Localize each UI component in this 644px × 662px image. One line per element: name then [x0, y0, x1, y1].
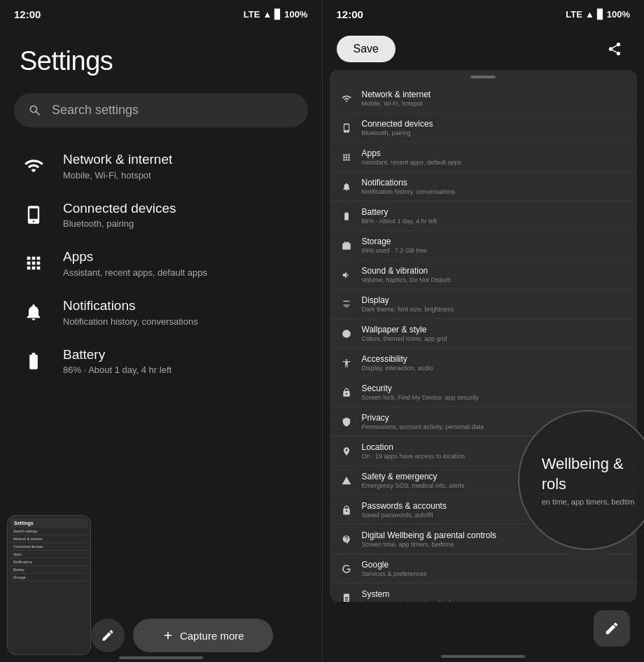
dropdown-network-text: Network & internet Mobile, Wi-Fi, hotspo…: [362, 90, 431, 107]
svg-point-0: [342, 330, 351, 338]
dropdown-item-network[interactable]: Network & internet Mobile, Wi-Fi, hotspo…: [330, 84, 638, 113]
apps-icon: [20, 249, 48, 277]
screenshot-inner: Settings Search settings Network & inter…: [8, 516, 90, 654]
dropdown-battery-text: Battery 86% · About 1 day, 4 hr left: [362, 207, 437, 225]
settings-header: Settings: [0, 25, 322, 87]
dropdown-item-accessibility[interactable]: Accessibility Display, interaction, audi…: [330, 348, 638, 378]
right-header: Save: [323, 25, 645, 70]
settings-item-battery[interactable]: Battery 86% · About 1 day, 4 hr left: [6, 337, 316, 386]
dropdown-privacy-text: Privacy Permissions, account activity, p…: [362, 413, 484, 430]
dropdown-wellbeing-icon: [340, 533, 354, 547]
dropdown-connected-sub: Bluetooth, pairing: [362, 129, 433, 136]
status-icons-right: LTE ▲ ▊ 100%: [566, 9, 630, 20]
dropdown-display-icon: [340, 297, 354, 311]
battery-icon: [20, 347, 48, 375]
battery-title: Battery: [63, 346, 172, 364]
dropdown-safety-icon: [340, 474, 354, 488]
dropdown-notifications-text: Notifications Notification history, conv…: [362, 178, 455, 195]
edit-fab-right[interactable]: [594, 610, 630, 647]
screenshot-title: Settings: [14, 521, 84, 526]
dropdown-battery-icon: [340, 209, 354, 223]
dropdown-item-connected[interactable]: Connected devices Bluetooth, pairing: [330, 113, 638, 143]
right-bottom: [323, 602, 645, 655]
dropdown-passwords-sub: Saved passwords, autofill: [362, 512, 447, 519]
left-panel: 12:00 LTE ▲ ▊ 100% Settings Search setti…: [0, 0, 322, 662]
network-text: Network & internet Mobile, Wi-Fi, hotspo…: [63, 151, 172, 181]
search-placeholder: Search settings: [52, 103, 139, 118]
dropdown-sound-text: Sound & vibration Volume, haptics, Do No…: [362, 266, 451, 283]
save-button[interactable]: Save: [337, 36, 396, 62]
dropdown-item-display[interactable]: Display Dark theme, font size, brightnes…: [330, 290, 638, 319]
dropdown-wellbeing-sub: Screen time, app timers, bedtime: [362, 541, 497, 548]
dropdown-system-icon: [340, 591, 354, 603]
dropdown-item-safety[interactable]: Safety & emergency Emergency SOS, medica…: [330, 466, 638, 495]
right-panel: 12:00 LTE ▲ ▊ 100% Save: [323, 0, 645, 662]
dropdown-item-notifications[interactable]: Notifications Notification history, conv…: [330, 172, 638, 202]
status-icons-left: LTE ▲ ▊ 100%: [244, 9, 308, 20]
dropdown-safety-text: Safety & emergency Emergency SOS, medica…: [362, 472, 465, 489]
edit-button[interactable]: [91, 619, 125, 652]
dropdown-apps-icon: [340, 150, 354, 164]
bell-icon: [20, 298, 48, 326]
signal-icon-left: ▲: [262, 9, 272, 20]
dropdown-location-icon: [340, 444, 354, 458]
network-subtitle: Mobile, Wi-Fi, hotspot: [63, 170, 172, 181]
dropdown-wellbeing-title: Digital Wellbeing & parental controls: [362, 530, 497, 540]
battery-pct-left: 100%: [284, 9, 307, 20]
search-icon: [28, 104, 42, 118]
dropdown-item-apps[interactable]: Apps Assistant, recent apps, default app…: [330, 143, 638, 172]
dropdown-google-text: Google Services & preferences: [362, 560, 427, 577]
dropdown-google-sub: Services & preferences: [362, 570, 427, 577]
dropdown-accessibility-icon: [340, 356, 354, 370]
dropdown-item-battery[interactable]: Battery 86% · About 1 day, 4 hr left: [330, 202, 638, 231]
dropdown-apps-title: Apps: [362, 148, 462, 158]
dropdown-item-storage[interactable]: Storage 89% used · 7.2 GB free: [330, 231, 638, 260]
settings-item-apps[interactable]: Apps Assistant, recent apps, default app…: [6, 239, 316, 288]
dropdown-wallpaper-icon: [340, 327, 354, 341]
battery-icon-left: ▊: [274, 9, 281, 20]
dropdown-google-icon: [340, 562, 354, 576]
screenshot-item-1: Connected devices: [10, 543, 88, 551]
dropdown-display-sub: Dark theme, font size, brightness: [362, 306, 454, 313]
dropdown-google-title: Google: [362, 560, 427, 570]
dropdown-wallpaper-sub: Colors, themed icons, app grid: [362, 335, 447, 342]
dropdown-item-wallpaper[interactable]: Wallpaper & style Colors, themed icons, …: [330, 319, 638, 348]
dropdown-sound-icon: [340, 268, 354, 282]
dropdown-item-passwords[interactable]: Passwords & accounts Saved passwords, au…: [330, 495, 638, 525]
share-icon-right[interactable]: [599, 34, 630, 64]
screenshot-item-2: Apps: [10, 551, 88, 558]
dropdown-item-location[interactable]: Location On · 19 apps have access to loc…: [330, 437, 638, 466]
settings-dropdown[interactable]: Network & internet Mobile, Wi-Fi, hotspo…: [323, 70, 645, 602]
dropdown-system-title: System: [362, 589, 460, 599]
screenshot-preview[interactable]: Settings Search settings Network & inter…: [7, 515, 91, 655]
dropdown-item-security[interactable]: Security Screen lock, Find My Device, ap…: [330, 378, 638, 407]
capture-more-button[interactable]: Capture more: [133, 619, 273, 652]
dropdown-item-sound[interactable]: Sound & vibration Volume, haptics, Do No…: [330, 260, 638, 290]
screenshot-item-3: Notifications: [10, 558, 88, 566]
screenshot-item-4: Battery: [10, 566, 88, 574]
network-title: Network & internet: [63, 151, 172, 169]
status-bar-left: 12:00 LTE ▲ ▊ 100%: [0, 0, 322, 25]
dropdown-sound-sub: Volume, haptics, Do Not Disturb: [362, 276, 451, 283]
dropdown-passwords-icon: [340, 503, 354, 517]
dropdown-wellbeing-text: Digital Wellbeing & parental controls Sc…: [362, 530, 497, 548]
settings-item-notifications[interactable]: Notifications Notification history, conv…: [6, 288, 316, 337]
screenshot-item-0: Network & internet: [10, 535, 88, 543]
dropdown-item-system[interactable]: System Languages, gestures, time, backup: [330, 584, 638, 602]
dropdown-item-google[interactable]: Google Services & preferences: [330, 554, 638, 584]
settings-item-network[interactable]: Network & internet Mobile, Wi-Fi, hotspo…: [6, 141, 316, 190]
dropdown-storage-title: Storage: [362, 237, 428, 246]
dropdown-item-wellbeing[interactable]: Digital Wellbeing & parental controls Sc…: [330, 525, 638, 554]
home-indicator-right: [441, 655, 525, 658]
dropdown-devices-icon: [340, 121, 354, 135]
dropdown-accessibility-text: Accessibility Display, interaction, audi…: [362, 354, 433, 372]
dropdown-battery-title: Battery: [362, 207, 437, 217]
search-bar[interactable]: Search settings: [14, 93, 308, 127]
dropdown-passwords-title: Passwords & accounts: [362, 501, 447, 511]
lte-icon-right: LTE: [566, 9, 582, 20]
battery-icon-right: ▊: [597, 9, 604, 20]
dropdown-item-privacy[interactable]: Privacy Permissions, account activity, p…: [330, 407, 638, 437]
settings-item-connected[interactable]: Connected devices Bluetooth, pairing: [6, 190, 316, 239]
dropdown-security-icon: [340, 386, 354, 400]
dropdown-security-text: Security Screen lock, Find My Device, ap…: [362, 383, 479, 401]
